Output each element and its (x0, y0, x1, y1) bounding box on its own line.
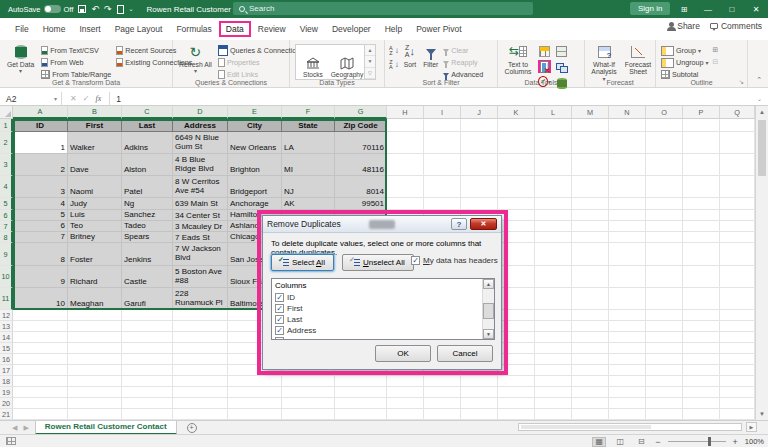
cell-O10[interactable] (646, 266, 683, 288)
cell-K1[interactable] (498, 119, 535, 132)
row-header-11[interactable]: 11 (0, 288, 13, 310)
cell-A9[interactable]: 8 (13, 243, 68, 266)
cell-O13[interactable] (646, 321, 683, 332)
cell-L10[interactable] (535, 266, 572, 288)
cell-Q19[interactable] (720, 387, 755, 398)
cell-B4[interactable]: Naomi (68, 176, 122, 198)
cell-H18[interactable] (387, 376, 424, 387)
cell-Q1[interactable] (720, 119, 755, 132)
cell-A20[interactable] (13, 398, 68, 409)
name-box-dropdown-icon[interactable]: ▾ (54, 95, 57, 102)
dialog-help-button[interactable]: ? (451, 218, 467, 230)
cell-L18[interactable] (535, 376, 572, 387)
cell-A13[interactable] (13, 321, 68, 332)
column-header-E[interactable]: E (228, 106, 282, 119)
cell-M17[interactable] (572, 365, 609, 376)
what-if-analysis-button[interactable]: What-If Analysis▾ (588, 42, 620, 84)
cell-G1[interactable]: Zip Code (335, 119, 387, 132)
list-scroll-up-icon[interactable]: ▲ (483, 279, 494, 289)
row-header-14[interactable]: 14 (0, 332, 13, 343)
row-header-7[interactable]: 7 (0, 221, 13, 232)
cell-A12[interactable] (13, 310, 68, 321)
list-scroll-thumb[interactable] (483, 303, 494, 319)
cell-C20[interactable] (122, 398, 173, 409)
list-scrollbar[interactable]: ▲ ▼ (482, 279, 494, 339)
cell-P14[interactable] (683, 332, 720, 343)
cell-A5[interactable]: 4 (13, 198, 68, 210)
cell-L21[interactable] (535, 409, 572, 420)
zoom-level[interactable]: 100% (745, 437, 764, 446)
cell-K8[interactable] (498, 232, 535, 243)
tab-help[interactable]: Help (378, 22, 409, 36)
cell-I20[interactable] (424, 398, 461, 409)
row-header-15[interactable]: 15 (0, 343, 13, 354)
row-header-10[interactable]: 10 (0, 266, 13, 288)
cell-M19[interactable] (572, 387, 609, 398)
row-header-3[interactable]: 3 (0, 154, 13, 176)
cell-N14[interactable] (609, 332, 646, 343)
vertical-scrollbar[interactable]: ▲ ▼ (755, 106, 768, 420)
cell-M4[interactable] (572, 176, 609, 198)
horizontal-scroll-thumb[interactable] (521, 425, 651, 429)
cell-G2[interactable]: 70116 (335, 132, 387, 154)
autosave-switch-icon[interactable] (44, 5, 61, 13)
from-text-csv-button[interactable]: From Text/CSV (41, 45, 111, 56)
column-header-I[interactable]: I (424, 106, 461, 119)
relationships-button[interactable] (555, 61, 568, 74)
cell-P2[interactable] (683, 132, 720, 154)
cell-B6[interactable]: Luis (68, 210, 122, 221)
zoom-out-icon[interactable]: − (655, 437, 660, 447)
cell-M6[interactable] (572, 210, 609, 221)
cell-K3[interactable] (498, 154, 535, 176)
zoom-slider-thumb[interactable] (708, 437, 711, 446)
cell-P7[interactable] (683, 221, 720, 232)
row-header-9[interactable]: 9 (0, 243, 13, 266)
checkbox-checked-icon[interactable]: ✓ (275, 337, 284, 340)
cell-D13[interactable] (173, 321, 228, 332)
column-header-C[interactable]: C (122, 106, 173, 119)
cell-B19[interactable] (68, 387, 122, 398)
cell-L8[interactable] (535, 232, 572, 243)
cell-M9[interactable] (572, 243, 609, 266)
column-header-D[interactable]: D (173, 106, 228, 119)
cell-B14[interactable] (68, 332, 122, 343)
outline-dialog-launcher-icon[interactable]: ↘ (739, 78, 744, 85)
cell-O16[interactable] (646, 354, 683, 365)
cell-A11[interactable]: 10 (13, 288, 68, 310)
cell-O20[interactable] (646, 398, 683, 409)
tab-view[interactable]: View (293, 22, 325, 36)
cell-O7[interactable] (646, 221, 683, 232)
cell-J1[interactable] (461, 119, 498, 132)
cell-D9[interactable]: 7 W Jackson Blvd (173, 243, 228, 266)
cell-N12[interactable] (609, 310, 646, 321)
cell-M13[interactable] (572, 321, 609, 332)
sheet-tab-active[interactable]: Rowen Retail Customer Contact (35, 421, 177, 435)
cell-L19[interactable] (535, 387, 572, 398)
cell-C5[interactable]: Ng (122, 198, 173, 210)
cell-O5[interactable] (646, 198, 683, 210)
consolidate-button[interactable] (555, 45, 568, 58)
qat-dropdown-icon[interactable]: ⌄ (129, 0, 134, 18)
gallery-scrollbar[interactable]: ▲ ▼ ▽ (364, 45, 375, 79)
cell-F18[interactable] (282, 376, 335, 387)
cell-P4[interactable] (683, 176, 720, 198)
cell-Q16[interactable] (720, 354, 755, 365)
cell-Q21[interactable] (720, 409, 755, 420)
cell-G18[interactable] (335, 376, 387, 387)
cell-Q8[interactable] (720, 232, 755, 243)
cell-M8[interactable] (572, 232, 609, 243)
cell-H20[interactable] (387, 398, 424, 409)
cell-M3[interactable] (572, 154, 609, 176)
cell-O17[interactable] (646, 365, 683, 376)
close-button[interactable]: ✕ (744, 0, 768, 18)
cell-Q13[interactable] (720, 321, 755, 332)
maximize-button[interactable]: □ (720, 0, 744, 18)
cell-C1[interactable]: Last (122, 119, 173, 132)
cell-N10[interactable] (609, 266, 646, 288)
cell-D15[interactable] (173, 343, 228, 354)
cell-Q4[interactable] (720, 176, 755, 198)
cell-K15[interactable] (498, 343, 535, 354)
comments-button[interactable]: Comments (710, 21, 762, 31)
gallery-more-icon[interactable]: ▽ (365, 68, 375, 79)
select-all-cells-corner[interactable] (0, 106, 13, 119)
